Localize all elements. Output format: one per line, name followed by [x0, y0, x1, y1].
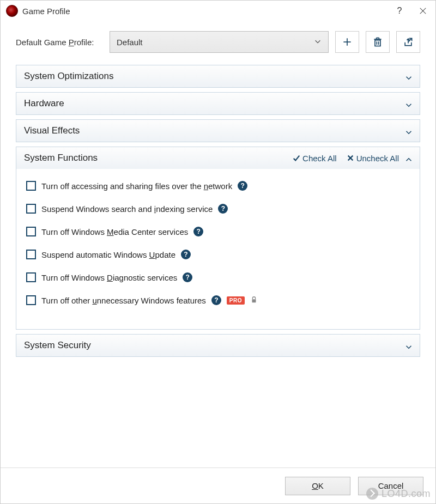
checkbox[interactable]: [26, 250, 36, 259]
profile-select-value: Default: [117, 38, 143, 47]
chevron-down-icon: [405, 100, 412, 107]
lock-icon: [250, 296, 258, 305]
delete-profile-button[interactable]: [366, 31, 390, 53]
section-visual-effects: Visual Effects: [16, 119, 420, 142]
checkbox[interactable]: [26, 204, 36, 214]
option-label[interactable]: Turn off Windows Media Center services: [41, 227, 188, 236]
chevron-down-icon: [405, 73, 412, 80]
check-icon: [293, 154, 300, 162]
window-title: Game Profile: [22, 7, 389, 16]
section-system-functions: System Functions Check All Uncheck All: [16, 147, 420, 330]
profile-select[interactable]: Default: [110, 31, 329, 53]
cancel-button[interactable]: Cancel: [358, 477, 423, 495]
section-title: System Security: [24, 340, 399, 351]
svg-rect-4: [375, 40, 380, 46]
checkbox[interactable]: [26, 181, 36, 191]
help-icon[interactable]: ?: [183, 272, 192, 282]
plus-icon: [342, 37, 353, 47]
uncheck-all-label: Uncheck All: [356, 154, 399, 163]
section-header-system-optimizations[interactable]: System Optimizations: [16, 65, 420, 87]
section-header-visual-effects[interactable]: Visual Effects: [16, 120, 420, 142]
chevron-up-icon: [405, 155, 412, 161]
close-icon: [419, 7, 427, 15]
svg-rect-15: [252, 299, 256, 302]
option-label[interactable]: Turn off other unnecessary Windows featu…: [41, 296, 206, 305]
add-profile-button[interactable]: [335, 31, 359, 53]
profile-label: Default Game Profile:: [16, 38, 103, 47]
check-all-label: Check All: [302, 154, 337, 163]
game-profile-dialog: Game Profile ? Default Game Profile: Def…: [0, 0, 436, 504]
export-profile-button[interactable]: [396, 31, 420, 53]
section-title: System Functions: [24, 153, 293, 163]
section-title: Hardware: [24, 98, 399, 109]
trash-icon: [372, 37, 383, 47]
option-unnecessary-features: Turn off other unnecessary Windows featu…: [26, 295, 410, 305]
chevron-down-icon: [405, 127, 412, 134]
help-button[interactable]: ?: [389, 1, 410, 21]
close-button[interactable]: [410, 1, 435, 21]
section-system-security: System Security: [16, 334, 420, 357]
option-diagnostic: Turn off Windows Diagnostic services ?: [26, 272, 410, 282]
titlebar: Game Profile ?: [1, 1, 435, 21]
checkbox[interactable]: [26, 295, 36, 305]
option-windows-update: Suspend automatic Windows Update ?: [26, 250, 410, 259]
profile-label-post: rofile:: [74, 38, 94, 47]
pro-badge: PRO: [227, 296, 245, 305]
help-icon[interactable]: ?: [193, 227, 203, 236]
section-title: Visual Effects: [24, 125, 399, 136]
section-header-hardware[interactable]: Hardware: [16, 93, 420, 114]
x-icon: [347, 154, 354, 162]
option-network-sharing: Turn off accessing and sharing files ove…: [26, 181, 410, 191]
checkbox[interactable]: [26, 227, 36, 236]
uncheck-all-button[interactable]: Uncheck All: [347, 154, 399, 163]
app-icon: [6, 5, 18, 17]
content-area: Default Game Profile: Default System Opt…: [1, 21, 435, 467]
option-label[interactable]: Suspend Windows search and indexing serv…: [41, 204, 213, 214]
help-icon[interactable]: ?: [181, 250, 191, 259]
option-search-indexing: Suspend Windows search and indexing serv…: [26, 204, 410, 214]
checkbox[interactable]: [26, 272, 36, 282]
section-body-system-functions: Turn off accessing and sharing files ove…: [16, 169, 420, 329]
section-system-optimizations: System Optimizations: [16, 65, 420, 88]
option-label[interactable]: Turn off Windows Diagnostic services: [41, 273, 177, 282]
section-header-system-security[interactable]: System Security: [16, 335, 420, 356]
external-link-icon: [403, 37, 414, 47]
help-icon[interactable]: ?: [218, 204, 228, 214]
profile-label-pre: Default Game: [16, 38, 69, 47]
chevron-down-icon: [405, 342, 412, 349]
profile-label-ul: P: [69, 38, 74, 47]
check-all-button[interactable]: Check All: [293, 154, 337, 163]
profile-row: Default Game Profile: Default: [16, 31, 420, 53]
section-hardware: Hardware: [16, 92, 420, 115]
section-title: System Optimizations: [24, 71, 399, 82]
section-actions: Check All Uncheck All: [293, 154, 399, 163]
dialog-button-bar: OK Cancel: [1, 467, 435, 503]
option-label[interactable]: Suspend automatic Windows Update: [41, 250, 175, 259]
section-header-system-functions[interactable]: System Functions Check All Uncheck All: [16, 147, 420, 169]
ok-button[interactable]: OK: [285, 477, 350, 495]
chevron-down-icon: [314, 38, 322, 47]
option-media-center: Turn off Windows Media Center services ?: [26, 227, 410, 236]
help-icon[interactable]: ?: [211, 295, 221, 305]
option-label[interactable]: Turn off accessing and sharing files ove…: [41, 181, 232, 191]
help-icon[interactable]: ?: [238, 181, 247, 191]
